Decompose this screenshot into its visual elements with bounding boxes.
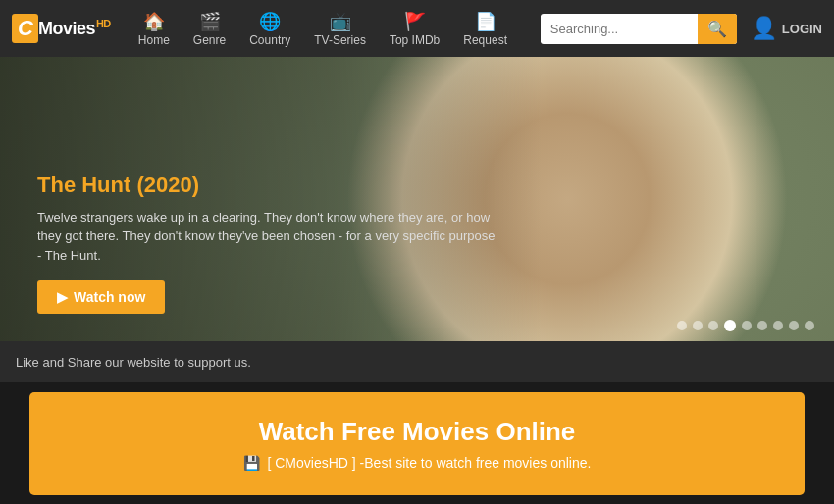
download-icon: 💾 <box>243 455 260 471</box>
dot-9[interactable] <box>805 321 814 330</box>
dot-4[interactable] <box>724 320 736 331</box>
tvseries-icon: 📺 <box>330 11 351 32</box>
promo-subtitle: 💾 [ CMoviesHD ] -Best site to watch free… <box>243 455 592 471</box>
nav-items: 🏠 Home 🎬 Genre 🌐 Country 📺 TV-Series 🚩 T… <box>129 7 541 51</box>
search-input[interactable] <box>541 16 698 42</box>
logo-movies: MoviesHD <box>38 18 111 39</box>
watch-now-label: Watch now <box>74 289 145 305</box>
promo-subtitle-text: [ CMoviesHD ] -Best site to watch free m… <box>267 455 591 471</box>
nav-request-label: Request <box>463 33 507 47</box>
nav-genre-label: Genre <box>193 33 226 47</box>
dot-7[interactable] <box>773 321 783 330</box>
support-text: Like and Share our website to support us… <box>16 355 251 370</box>
play-icon: ▶ <box>57 289 68 305</box>
nav-tvseries-label: TV-Series <box>314 33 366 47</box>
country-icon: 🌐 <box>259 11 281 32</box>
nav-request[interactable]: 📄 Request <box>453 7 517 51</box>
watch-now-button[interactable]: ▶ Watch now <box>37 280 165 314</box>
logo[interactable]: C MoviesHD <box>12 14 111 43</box>
nav-country-label: Country <box>249 33 290 47</box>
nav-tvseries[interactable]: 📺 TV-Series <box>304 7 376 51</box>
topimdb-icon: 🚩 <box>404 11 426 32</box>
support-bar: Like and Share our website to support us… <box>0 341 834 382</box>
hero-slider: The Hunt (2020) Twelve strangers wake up… <box>0 57 834 341</box>
nav-topimdb[interactable]: 🚩 Top IMDb <box>380 7 449 51</box>
dot-6[interactable] <box>757 321 767 330</box>
user-icon: 👤 <box>751 16 777 41</box>
login-button[interactable]: 👤 LOGIN <box>751 16 822 41</box>
hero-content: The Hunt (2020) Twelve strangers wake up… <box>37 173 498 315</box>
search-button[interactable]: 🔍 <box>698 14 737 44</box>
dot-1[interactable] <box>677 321 687 330</box>
movie-title: The Hunt (2020) <box>37 173 498 198</box>
search-bar: 🔍 <box>541 14 737 44</box>
nav-home[interactable]: 🏠 Home <box>129 7 180 51</box>
request-icon: 📄 <box>475 11 496 32</box>
nav-genre[interactable]: 🎬 Genre <box>183 7 235 51</box>
movie-description: Twelve strangers wake up in a clearing. … <box>37 208 498 266</box>
nav-country[interactable]: 🌐 Country <box>239 7 300 51</box>
navbar: C MoviesHD 🏠 Home 🎬 Genre 🌐 Country 📺 TV… <box>0 0 834 57</box>
slider-dots <box>677 320 814 331</box>
home-icon: 🏠 <box>143 11 165 32</box>
promo-banner: Watch Free Movies Online 💾 [ CMoviesHD ]… <box>29 392 805 495</box>
dot-2[interactable] <box>693 321 703 330</box>
logo-c: C <box>12 14 38 43</box>
dot-8[interactable] <box>789 321 799 330</box>
genre-icon: 🎬 <box>199 11 221 32</box>
dot-5[interactable] <box>742 321 752 330</box>
promo-title: Watch Free Movies Online <box>259 417 576 447</box>
nav-home-label: Home <box>138 33 170 47</box>
dot-3[interactable] <box>708 321 718 330</box>
login-label: LOGIN <box>782 22 822 36</box>
nav-topimdb-label: Top IMDb <box>390 33 440 47</box>
